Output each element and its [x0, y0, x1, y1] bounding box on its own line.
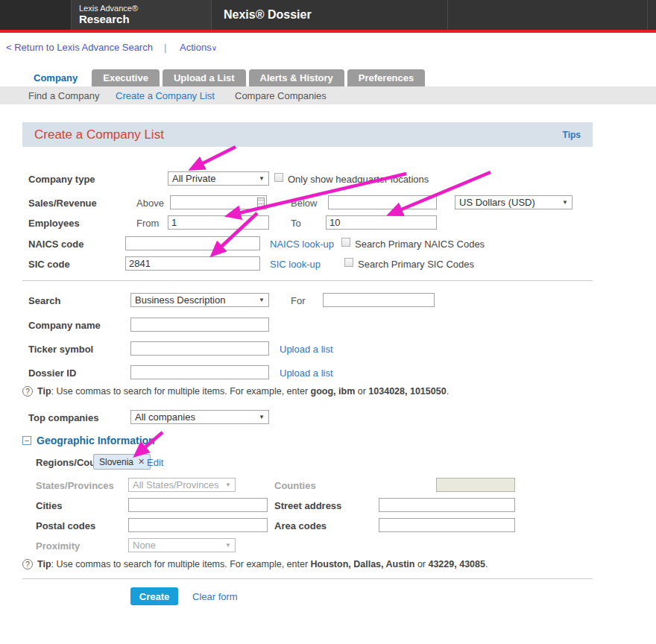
question-circle-icon: ? — [22, 386, 33, 397]
annotation-arrow — [192, 147, 236, 168]
counties-input — [436, 478, 515, 492]
street-address-input[interactable] — [379, 498, 515, 512]
select-arrow-icon: ▼ — [259, 414, 265, 420]
naics-lookup-link[interactable]: NAICS look-up — [270, 239, 334, 250]
postal-codes-input[interactable] — [128, 518, 268, 532]
cities-input[interactable] — [128, 498, 268, 512]
states-provinces-label: States/Provinces — [36, 480, 114, 491]
ticker-symbol-label: Ticker symbol — [28, 344, 93, 355]
primary-sic-label: Search Primary SIC Codes — [358, 259, 474, 270]
top-companies-label: Top companies — [28, 412, 98, 423]
employees-from-input[interactable] — [168, 215, 269, 230]
tab-preferences[interactable]: Preferences — [347, 69, 425, 86]
header-divider — [647, 0, 648, 30]
currency-select[interactable]: US Dollars (USD) ▼ — [455, 195, 573, 209]
above-label: Above — [136, 198, 164, 209]
tips-link[interactable]: Tips — [563, 130, 581, 140]
page-title: Create a Company List — [34, 127, 164, 142]
search-for-input[interactable] — [323, 293, 435, 307]
header-left-block — [0, 0, 71, 30]
breadcrumb-separator: | — [164, 42, 166, 53]
tip-multiple-locations: ? Tip: Use commas to search for multiple… — [22, 559, 488, 569]
proximity-value: None — [133, 540, 156, 551]
create-button[interactable]: Create — [130, 587, 178, 605]
subnav-create-a-company-list[interactable]: Create a Company List — [116, 90, 215, 101]
counties-label: Counties — [274, 480, 316, 491]
dossier-id-label: Dossier ID — [28, 367, 76, 379]
input-helper-icon[interactable] — [257, 198, 265, 207]
tab-upload-a-list[interactable]: Upload a List — [163, 69, 246, 86]
nexis-dossier-title: Nexis® Dossier — [224, 8, 312, 22]
tip-text: Tip: Use commas to search for multiple i… — [37, 386, 449, 397]
naics-code-input[interactable] — [125, 236, 260, 250]
tip-multiple-items: ? Tip: Use commas to search for multiple… — [22, 386, 449, 397]
area-codes-input[interactable] — [379, 518, 515, 532]
tip-text: Tip: Use commas to search for multiple i… — [37, 559, 488, 569]
employees-to-input[interactable] — [326, 215, 437, 230]
geographic-section-header: − Geographic Information — [22, 435, 155, 446]
headquarter-only-checkbox[interactable] — [274, 173, 283, 182]
actions-menu[interactable]: Actions∨ — [180, 42, 217, 53]
header-divider — [447, 0, 448, 30]
chevron-down-icon: ∨ — [212, 44, 217, 52]
sic-code-label: SIC code — [28, 259, 70, 270]
ticker-upload-list-link[interactable]: Upload a list — [280, 344, 333, 355]
sales-above-input[interactable] — [170, 195, 267, 209]
proximity-select: None ▼ — [128, 538, 236, 552]
sales-revenue-label: Sales/Revenue — [28, 198, 97, 209]
subnav-find-a-company[interactable]: Find a Company — [28, 90, 99, 101]
actions-label: Actions — [180, 42, 212, 53]
select-arrow-icon: ▼ — [225, 542, 231, 549]
collapse-section-icon[interactable]: − — [22, 436, 31, 445]
sic-code-input[interactable] — [125, 256, 260, 271]
sic-lookup-link[interactable]: SIC look-up — [270, 259, 321, 270]
remove-chip-icon[interactable]: ✕ — [138, 457, 145, 467]
top-companies-value: All companies — [135, 411, 195, 423]
primary-naics-checkbox[interactable] — [341, 238, 350, 247]
employees-label: Employees — [28, 218, 80, 229]
select-arrow-icon: ▼ — [259, 175, 265, 182]
to-label: To — [291, 218, 301, 229]
search-label: Search — [28, 295, 60, 306]
tab-company[interactable]: Company — [22, 69, 89, 86]
postal-codes-label: Postal codes — [36, 520, 95, 531]
company-name-input[interactable] — [130, 318, 269, 332]
return-to-lexis-link[interactable]: < Return to Lexis Advance Search — [6, 42, 153, 53]
sales-below-input[interactable] — [328, 195, 437, 209]
top-companies-select[interactable]: All companies ▼ — [130, 410, 269, 424]
primary-naics-label: Search Primary NAICS Codes — [355, 239, 485, 250]
company-type-value: All Private — [172, 173, 216, 184]
proximity-label: Proximity — [36, 540, 80, 552]
dossier-upload-list-link[interactable]: Upload a list — [280, 367, 333, 379]
cities-label: Cities — [36, 500, 62, 511]
header-divider — [71, 0, 72, 30]
form-banner: Create a Company List Tips — [22, 122, 593, 147]
for-label: For — [291, 295, 306, 306]
currency-value: US Dollars (USD) — [459, 197, 535, 208]
tab-executive[interactable]: Executive — [92, 69, 160, 86]
geographic-information-heading: Geographic Information — [37, 435, 155, 446]
region-chip-slovenia[interactable]: Slovenia ✕ — [93, 454, 151, 470]
ticker-symbol-input[interactable] — [130, 341, 269, 356]
company-type-select[interactable]: All Private ▼ — [168, 171, 269, 186]
headquarter-only-label: Only show headquarter locations — [288, 174, 429, 185]
select-arrow-icon: ▼ — [259, 297, 265, 303]
dossier-id-input[interactable] — [130, 365, 269, 379]
section-divider — [22, 578, 593, 579]
search-field-select[interactable]: Business Description ▼ — [130, 293, 269, 307]
company-type-label: Company type — [28, 174, 95, 185]
naics-code-label: NAICS code — [28, 239, 83, 250]
below-label: Below — [291, 198, 317, 209]
research-label: Research — [79, 13, 130, 25]
region-chip-text: Slovenia — [99, 457, 133, 467]
tab-strip: Company Executive Upload a List Alerts &… — [22, 69, 425, 86]
states-provinces-select: All States/Provinces ▼ — [128, 478, 236, 492]
subnav-compare-companies[interactable]: Compare Companies — [235, 90, 327, 101]
clear-form-link[interactable]: Clear form — [192, 591, 238, 602]
page: Lexis Advance® Research Nexis® Dossier <… — [0, 0, 656, 644]
tab-alerts-history[interactable]: Alerts & History — [249, 69, 344, 86]
primary-sic-checkbox[interactable] — [344, 258, 353, 267]
edit-regions-link[interactable]: Edit — [147, 457, 163, 468]
street-address-label: Street address — [274, 500, 341, 511]
search-field-value: Business Description — [135, 294, 225, 306]
